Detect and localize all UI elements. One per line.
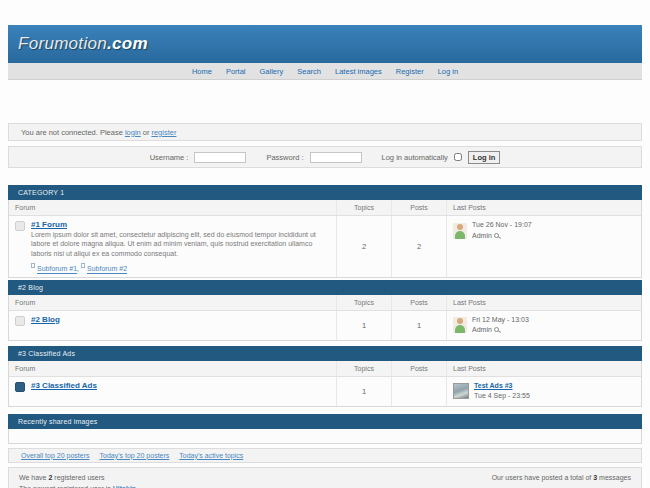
- forum-1-subforums: Subforum #1, Subforum #2: [31, 263, 330, 272]
- forum-status-icon: [15, 221, 25, 231]
- category-3: #3 Classified Ads Forum Topics Posts Las…: [8, 346, 642, 407]
- site-logo: Forumotion.com: [18, 34, 148, 54]
- login-link[interactable]: login: [125, 128, 141, 137]
- view-latest-post-icon[interactable]: [494, 327, 499, 332]
- shared-images-title-bar: Recently shared images: [8, 414, 642, 429]
- col-header-posts: Posts: [391, 361, 446, 376]
- last-post-author[interactable]: Admin: [472, 232, 492, 239]
- subforum-1-link[interactable]: Subforum #1: [37, 266, 77, 273]
- forum-row-3: #3 Classified Ads 1 Test Ads #3 Tue 4 Se…: [9, 377, 641, 406]
- forum-1-link[interactable]: #1 Forum: [31, 220, 67, 229]
- avatar: [453, 223, 467, 239]
- registered-users-line: We have 2 registered users: [19, 472, 136, 483]
- password-label: Password :: [266, 153, 303, 162]
- shared-images-section: Recently shared images: [8, 414, 642, 444]
- col-header-posts: Posts: [391, 200, 446, 215]
- login-button[interactable]: Log in: [468, 151, 501, 164]
- messages-total-line: Our users have posted a total of 3 messa…: [492, 472, 631, 483]
- password-input[interactable]: [310, 152, 362, 163]
- last-post-time: Fri 12 May - 13:03: [472, 315, 529, 326]
- subforum-2-link[interactable]: Subforum #2: [87, 266, 127, 273]
- forum-1-description: Lorem ipsum dolor sit amet, consectetur …: [31, 230, 330, 258]
- last-post-time: Tue 4 Sep - 23:55: [474, 391, 530, 402]
- forum-3-topics-count: 1: [336, 377, 391, 406]
- col-header-forum: Forum: [9, 200, 336, 215]
- col-header-topics: Topics: [336, 200, 391, 215]
- nav-item-login[interactable]: Log in: [438, 67, 458, 76]
- forum-2-topics-count: 1: [336, 311, 391, 340]
- last-post-author[interactable]: Admin: [472, 326, 492, 333]
- category-2-title-bar: #2 Blog: [8, 280, 642, 295]
- forum-3-link[interactable]: #3 Classified Ads: [31, 381, 97, 390]
- forum-1-topics-count: 2: [336, 216, 391, 277]
- forum-2-link[interactable]: #2 Blog: [31, 315, 60, 324]
- subforum-icon: [81, 263, 85, 268]
- forum-2-posts-count: 1: [391, 311, 446, 340]
- forum-page: Forumotion.com Home Portal Gallery Searc…: [0, 0, 650, 488]
- category-3-column-headers: Forum Topics Posts Last Posts: [9, 361, 641, 377]
- forum-row-2: #2 Blog 1 1 Fri 12 May - 13:03 Admin: [9, 311, 641, 340]
- col-header-topics: Topics: [336, 361, 391, 376]
- forum-2-last-post: Fri 12 May - 13:03 Admin: [453, 315, 635, 336]
- col-header-posts: Posts: [391, 295, 446, 310]
- forum-1-last-post: Tue 26 Nov - 19:07 Admin: [453, 220, 635, 241]
- overall-top-posters-link[interactable]: Overall top 20 posters: [21, 452, 89, 459]
- newest-user-line: The newest registered user is Hitskin: [19, 483, 136, 488]
- user-stats-box: We have 2 registered users The newest re…: [8, 467, 642, 488]
- autologin-checkbox[interactable]: [454, 153, 462, 161]
- avatar: [453, 317, 467, 333]
- username-label: Username :: [150, 153, 189, 162]
- forum-row-1: #1 Forum Lorem ipsum dolor sit amet, con…: [9, 216, 641, 277]
- connection-notice: You are not connected. Please login or r…: [8, 123, 642, 141]
- last-post-topic-link[interactable]: Test Ads #3: [474, 382, 513, 389]
- nav-item-portal[interactable]: Portal: [226, 67, 246, 76]
- nav-item-home[interactable]: Home: [192, 67, 212, 76]
- subforum-icon: [31, 263, 35, 268]
- last-post-time: Tue 26 Nov - 19:07: [472, 220, 532, 231]
- autologin-label: Log in automatically: [382, 153, 448, 162]
- col-header-last-posts: Last Posts: [446, 295, 641, 310]
- statistics-links: Overall top 20 posters Today's top 20 po…: [8, 448, 642, 463]
- register-link[interactable]: register: [151, 128, 176, 137]
- view-latest-post-icon[interactable]: [494, 233, 499, 238]
- category-1-title-bar: CATEGORY 1: [8, 185, 642, 200]
- category-2-column-headers: Forum Topics Posts Last Posts: [9, 295, 641, 311]
- forum-status-icon: [15, 382, 25, 392]
- forum-3-posts-count: [391, 377, 446, 406]
- col-header-last-posts: Last Posts: [446, 200, 641, 215]
- col-header-forum: Forum: [9, 361, 336, 376]
- col-header-last-posts: Last Posts: [446, 361, 641, 376]
- category-1: CATEGORY 1 Forum Topics Posts Last Posts…: [8, 185, 642, 278]
- nav-item-latest-images[interactable]: Latest images: [335, 67, 382, 76]
- today-top-posters-link[interactable]: Today's top 20 posters: [99, 452, 169, 459]
- notice-text: You are not connected. Please: [21, 128, 123, 137]
- logo-main: Forumotion: [18, 34, 107, 53]
- col-header-forum: Forum: [9, 295, 336, 310]
- last-post-thumbnail-image: [453, 383, 469, 399]
- nav-item-register[interactable]: Register: [396, 67, 424, 76]
- forum-1-posts-count: 2: [391, 216, 446, 277]
- category-1-column-headers: Forum Topics Posts Last Posts: [9, 200, 641, 216]
- today-active-topics-link[interactable]: Today's active topics: [179, 452, 243, 459]
- shared-images-empty-area: [8, 429, 642, 444]
- forum-status-icon: [15, 316, 25, 326]
- site-header: Forumotion.com: [8, 25, 642, 63]
- category-3-title-bar: #3 Classified Ads: [8, 346, 642, 361]
- main-navigation: Home Portal Gallery Search Latest images…: [8, 63, 642, 80]
- category-2: #2 Blog Forum Topics Posts Last Posts #2…: [8, 280, 642, 341]
- nav-item-gallery[interactable]: Gallery: [260, 67, 284, 76]
- username-input[interactable]: [194, 152, 246, 163]
- forum-3-last-post: Test Ads #3 Tue 4 Sep - 23:55: [453, 381, 635, 402]
- notice-or: or: [143, 128, 150, 137]
- quick-login-form: Username : Password : Log in automatical…: [8, 146, 642, 168]
- nav-item-search[interactable]: Search: [297, 67, 321, 76]
- logo-suffix: .com: [107, 34, 148, 53]
- col-header-topics: Topics: [336, 295, 391, 310]
